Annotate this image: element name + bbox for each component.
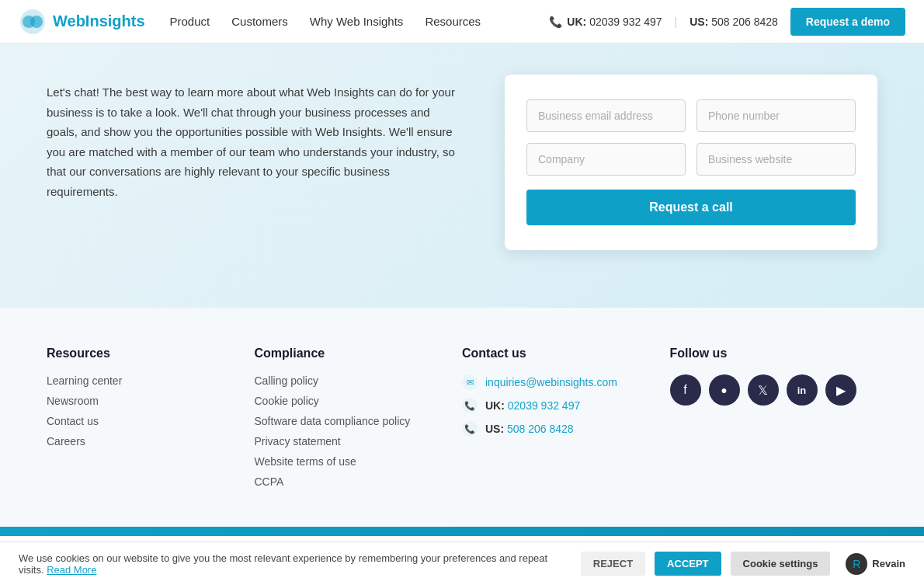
cookie-bar: We use cookies on our website to give yo… <box>0 541 924 585</box>
contact-email-row: ✉ inquiries@webinsights.com <box>462 374 670 390</box>
svg-point-2 <box>30 16 43 28</box>
phone-uk: 📞 UK: 02039 932 497 <box>549 16 662 28</box>
footer-calling-policy[interactable]: Calling policy <box>255 374 463 387</box>
cookie-settings-button[interactable]: Cookie settings <box>731 552 831 576</box>
contact-phone-uk: UK: 02039 932 497 <box>485 399 580 412</box>
logo-icon <box>19 8 47 36</box>
phone-uk-footer-icon: 📞 <box>462 398 478 413</box>
footer-website-terms[interactable]: Website terms of use <box>255 455 463 468</box>
left-panel: Let's chat! The best way to learn more a… <box>47 75 458 201</box>
phone-number-input[interactable] <box>696 99 856 132</box>
compliance-title: Compliance <box>255 346 463 360</box>
footer-software-data[interactable]: Software data compliance policy <box>255 415 463 427</box>
form-row-1 <box>526 99 856 132</box>
instagram-icon[interactable]: ● <box>709 374 740 406</box>
phone-uk-icon: 📞 <box>549 16 562 28</box>
reject-cookies-button[interactable]: REJECT <box>581 552 645 576</box>
request-demo-button[interactable]: Request a demo <box>790 8 905 36</box>
phone-us-footer-icon: 📞 <box>462 421 478 437</box>
contact-phone-us: US: 508 206 8428 <box>485 423 574 435</box>
cookie-bar-text: We use cookies on our website to give yo… <box>19 552 571 576</box>
business-email-input[interactable] <box>526 99 686 132</box>
resources-title: Resources <box>47 346 255 360</box>
logo[interactable]: WebInsights <box>19 8 145 36</box>
contact-phone-us-row: 📞 US: 508 206 8428 <box>462 421 670 437</box>
blue-bar <box>0 527 924 536</box>
navbar: WebInsights Product Customers Why Web In… <box>0 0 924 44</box>
phone-us: US: 508 206 8428 <box>690 16 778 28</box>
footer-privacy-statement[interactable]: Privacy statement <box>255 435 463 447</box>
hero-description: Let's chat! The best way to learn more a… <box>47 82 458 201</box>
email-icon: ✉ <box>462 374 478 390</box>
accept-cookies-button[interactable]: ACCEPT <box>655 552 721 576</box>
phone-separator: | <box>675 16 678 28</box>
logo-text: WebInsights <box>53 12 145 30</box>
revain-label: Revain <box>872 558 905 569</box>
nav-product[interactable]: Product <box>170 15 210 28</box>
revain-icon: R <box>846 553 867 575</box>
nav-why[interactable]: Why Web Insights <box>310 15 404 28</box>
phone-uk-label: UK: 02039 932 497 <box>567 16 662 28</box>
contact-title: Contact us <box>462 346 670 360</box>
footer-follow: Follow us f ● 𝕏 in ▶ <box>670 346 878 496</box>
social-icons: f ● 𝕏 in ▶ <box>670 374 878 406</box>
footer-newsroom[interactable]: Newsroom <box>47 395 255 407</box>
contact-form: Request a call <box>505 75 877 250</box>
footer-compliance: Compliance Calling policy Cookie policy … <box>255 346 463 496</box>
twitter-icon[interactable]: 𝕏 <box>748 374 779 406</box>
request-call-button[interactable]: Request a call <box>526 190 856 225</box>
facebook-icon[interactable]: f <box>670 374 701 406</box>
footer-contact: Contact us ✉ inquiries@webinsights.com 📞… <box>462 346 670 496</box>
follow-title: Follow us <box>670 346 878 360</box>
nav-phones: 📞 UK: 02039 932 497 | US: 508 206 8428 <box>549 16 778 28</box>
contact-phone-uk-row: 📞 UK: 02039 932 497 <box>462 398 670 413</box>
nav-resources[interactable]: Resources <box>425 15 481 28</box>
footer-cookie-policy[interactable]: Cookie policy <box>255 395 463 407</box>
main-content: Let's chat! The best way to learn more a… <box>0 44 924 308</box>
footer-learning-center[interactable]: Learning center <box>47 374 255 387</box>
footer-careers[interactable]: Careers <box>47 435 255 447</box>
footer: Resources Learning center Newsroom Conta… <box>0 308 924 527</box>
nav-customers[interactable]: Customers <box>231 15 288 28</box>
revain-widget: R Revain <box>846 553 905 575</box>
phone-us-label: US: 508 206 8428 <box>690 16 778 28</box>
linkedin-icon[interactable]: in <box>787 374 818 406</box>
footer-contact-us[interactable]: Contact us <box>47 415 255 427</box>
youtube-icon[interactable]: ▶ <box>825 374 856 406</box>
website-input[interactable] <box>696 143 856 176</box>
footer-ccpa[interactable]: CCPA <box>255 475 463 488</box>
read-more-link[interactable]: Read More <box>47 564 96 576</box>
form-row-2 <box>526 143 856 176</box>
company-input[interactable] <box>526 143 686 176</box>
footer-resources: Resources Learning center Newsroom Conta… <box>47 346 255 496</box>
nav-links: Product Customers Why Web Insights Resou… <box>170 15 550 28</box>
contact-email[interactable]: inquiries@webinsights.com <box>485 376 617 388</box>
